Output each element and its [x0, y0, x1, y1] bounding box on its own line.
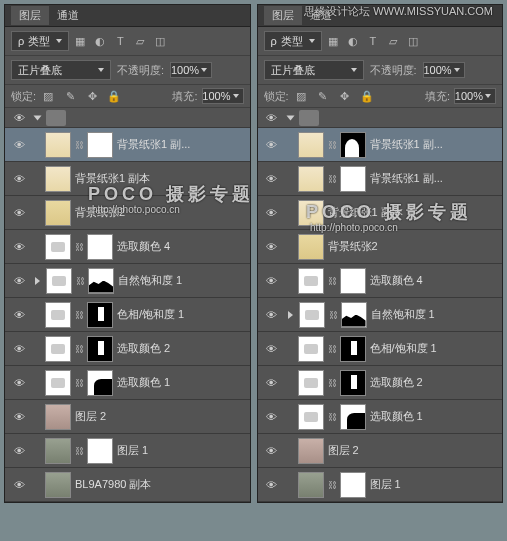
layer-row[interactable]: 👁⛓选取颜色 4: [258, 264, 503, 298]
layer-name[interactable]: 背景纸张1 副...: [370, 137, 499, 152]
group-expand-icon[interactable]: [286, 115, 294, 120]
filter-adjust-icon[interactable]: ◐: [346, 34, 360, 48]
lock-move-icon[interactable]: ✥: [337, 89, 353, 103]
fill-input[interactable]: 100%: [202, 88, 244, 104]
visibility-toggle[interactable]: 👁: [262, 339, 282, 359]
lock-transparency-icon[interactable]: ▨: [293, 89, 309, 103]
layer-name[interactable]: 背景纸张1 副...: [117, 137, 246, 152]
filter-smart-icon[interactable]: ◫: [406, 34, 420, 48]
visibility-toggle[interactable]: 👁: [262, 475, 282, 495]
filter-adjust-icon[interactable]: ◐: [93, 34, 107, 48]
layer-name[interactable]: 背景纸张2: [328, 239, 499, 254]
layer-row[interactable]: 👁背景纸张2: [5, 196, 250, 230]
layer-name[interactable]: 背景纸张1 副...: [370, 171, 499, 186]
layer-name[interactable]: 选取颜色 1: [370, 409, 499, 424]
mask-link-icon[interactable]: ⛓: [75, 242, 83, 252]
lock-brush-icon[interactable]: ✎: [62, 89, 78, 103]
visibility-toggle[interactable]: 👁: [9, 169, 29, 189]
filter-pixel-icon[interactable]: ▦: [73, 34, 87, 48]
layer-name[interactable]: 背景纸张2: [75, 205, 246, 220]
layer-row[interactable]: 👁⛓色相/饱和度 1: [5, 298, 250, 332]
mask-link-icon[interactable]: ⛓: [75, 344, 83, 354]
filter-smart-icon[interactable]: ◫: [153, 34, 167, 48]
layer-row[interactable]: 👁⛓选取颜色 1: [258, 400, 503, 434]
visibility-toggle[interactable]: 👁: [262, 203, 282, 223]
mask-link-icon[interactable]: ⛓: [75, 140, 83, 150]
layer-name[interactable]: 色相/饱和度 1: [370, 341, 499, 356]
filter-shape-icon[interactable]: ▱: [133, 34, 147, 48]
lock-brush-icon[interactable]: ✎: [315, 89, 331, 103]
visibility-toggle[interactable]: 👁: [9, 475, 29, 495]
blend-mode-dropdown[interactable]: 正片叠底: [11, 60, 111, 80]
tab-layers[interactable]: 图层: [11, 6, 49, 25]
visibility-toggle[interactable]: 👁: [9, 339, 29, 359]
layer-row[interactable]: 👁背景纸张1 副本: [5, 162, 250, 196]
visibility-toggle[interactable]: 👁: [262, 169, 282, 189]
layer-name[interactable]: 选取颜色 4: [370, 273, 499, 288]
mask-link-icon[interactable]: ⛓: [328, 174, 336, 184]
layer-row[interactable]: 👁⛓色相/饱和度 1: [258, 332, 503, 366]
visibility-toggle[interactable]: 👁: [9, 135, 29, 155]
filter-type-dropdown[interactable]: ρ类型: [264, 31, 322, 51]
opacity-input[interactable]: 100%: [170, 62, 212, 78]
visibility-toggle[interactable]: 👁: [262, 373, 282, 393]
layer-row[interactable]: 👁⛓选取颜色 4: [5, 230, 250, 264]
lock-transparency-icon[interactable]: ▨: [40, 89, 56, 103]
layer-name[interactable]: 背景纸张1 副本: [75, 171, 246, 186]
opacity-input[interactable]: 100%: [423, 62, 465, 78]
visibility-toggle[interactable]: 👁: [262, 271, 282, 291]
layer-row[interactable]: 👁图层 2: [258, 434, 503, 468]
fill-input[interactable]: 100%: [454, 88, 496, 104]
mask-link-icon[interactable]: ⛓: [75, 310, 83, 320]
layer-name[interactable]: 图层 1: [117, 443, 246, 458]
mask-link-icon[interactable]: ⛓: [328, 378, 336, 388]
visibility-toggle[interactable]: 👁: [262, 441, 282, 461]
blend-mode-dropdown[interactable]: 正片叠底: [264, 60, 364, 80]
layer-name[interactable]: 图层 1: [370, 477, 499, 492]
layer-name[interactable]: BL9A7980 副本: [75, 477, 246, 492]
visibility-toggle[interactable]: 👁: [9, 271, 29, 291]
lock-all-icon[interactable]: 🔒: [106, 89, 122, 103]
tab-layers[interactable]: 图层: [264, 6, 302, 25]
layer-row[interactable]: 👁⛓背景纸张1 副...: [258, 128, 503, 162]
group-expand-icon[interactable]: [34, 115, 42, 120]
layer-row[interactable]: 👁⛓自然饱和度 1: [5, 264, 250, 298]
lock-move-icon[interactable]: ✥: [84, 89, 100, 103]
layer-row[interactable]: 👁⛓图层 1: [5, 434, 250, 468]
layer-name[interactable]: 自然饱和度 1: [371, 307, 499, 322]
filter-shape-icon[interactable]: ▱: [386, 34, 400, 48]
mask-link-icon[interactable]: ⛓: [328, 140, 336, 150]
layer-name[interactable]: 选取颜色 4: [117, 239, 246, 254]
layer-row[interactable]: 👁背景纸张2: [258, 230, 503, 264]
tab-channels[interactable]: 通道: [49, 6, 87, 25]
layer-name[interactable]: 背景纸张1 副本: [328, 205, 499, 220]
layer-name[interactable]: 色相/饱和度 1: [117, 307, 246, 322]
layer-row[interactable]: 👁图层 2: [5, 400, 250, 434]
lock-all-icon[interactable]: 🔒: [359, 89, 375, 103]
filter-type-dropdown[interactable]: ρ类型: [11, 31, 69, 51]
mask-link-icon[interactable]: ⛓: [75, 378, 83, 388]
layer-name[interactable]: 图层 2: [75, 409, 246, 424]
filter-pixel-icon[interactable]: ▦: [326, 34, 340, 48]
layer-name[interactable]: 选取颜色 1: [117, 375, 246, 390]
layer-row[interactable]: 👁⛓背景纸张1 副...: [258, 162, 503, 196]
visibility-toggle[interactable]: 👁: [262, 135, 282, 155]
visibility-toggle[interactable]: 👁: [9, 108, 29, 128]
mask-link-icon[interactable]: ⛓: [75, 446, 83, 456]
layer-name[interactable]: 自然饱和度 1: [118, 273, 246, 288]
visibility-toggle[interactable]: 👁: [9, 373, 29, 393]
visibility-toggle[interactable]: 👁: [262, 305, 282, 325]
mask-link-icon[interactable]: ⛓: [329, 310, 337, 320]
layer-row[interactable]: 👁⛓选取颜色 1: [5, 366, 250, 400]
layer-row[interactable]: 👁⛓背景纸张1 副...: [5, 128, 250, 162]
visibility-toggle[interactable]: 👁: [262, 108, 282, 128]
filter-type-icon[interactable]: T: [113, 34, 127, 48]
visibility-toggle[interactable]: 👁: [9, 441, 29, 461]
layer-name[interactable]: 选取颜色 2: [370, 375, 499, 390]
layer-row[interactable]: 👁⛓选取颜色 2: [258, 366, 503, 400]
visibility-toggle[interactable]: 👁: [9, 305, 29, 325]
visibility-toggle[interactable]: 👁: [9, 203, 29, 223]
mask-link-icon[interactable]: ⛓: [328, 412, 336, 422]
layer-name[interactable]: 图层 2: [328, 443, 499, 458]
layer-row[interactable]: 👁⛓自然饱和度 1: [258, 298, 503, 332]
